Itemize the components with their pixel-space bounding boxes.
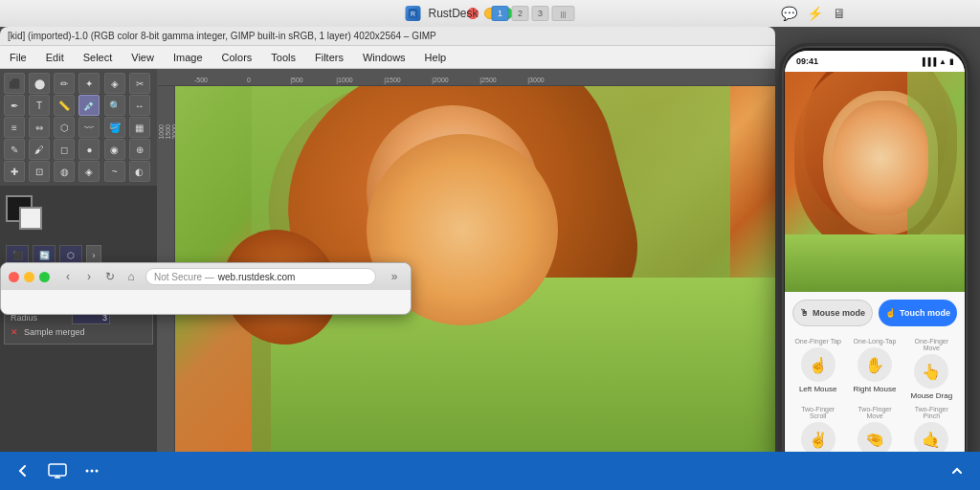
- svg-point-3: [86, 470, 89, 473]
- tool-align[interactable]: ≡: [4, 117, 25, 138]
- tool-text[interactable]: T: [29, 95, 50, 116]
- phone-artwork: [785, 72, 965, 292]
- browser-home-button[interactable]: ⌂: [122, 268, 140, 285]
- browser-window: ‹ › ↻ ⌂ Not Secure — web.rustdesk.com »: [0, 262, 412, 315]
- menu-view[interactable]: View: [127, 50, 158, 65]
- tool-cage[interactable]: ⬡: [54, 117, 75, 138]
- wifi-icon: ▲: [939, 57, 947, 66]
- browser-more-button[interactable]: »: [386, 268, 403, 285]
- lightning-icon[interactable]: ⚡: [807, 6, 823, 21]
- gegl-sample-check[interactable]: ✕: [11, 327, 18, 337]
- browser-close-button[interactable]: [9, 272, 19, 282]
- taskbar-screen-button[interactable]: [44, 457, 71, 484]
- tool-ellipse-select[interactable]: ⬤: [29, 73, 50, 94]
- phone-time: 09:41: [796, 56, 818, 66]
- foreground-background-colors[interactable]: [6, 195, 48, 237]
- tool-ink[interactable]: ◉: [104, 139, 125, 160]
- tool-airbrush[interactable]: ●: [78, 139, 100, 160]
- tool-smudge[interactable]: ~: [104, 161, 125, 182]
- gesture-mouse-drag: One-Finger Move 👆 Mouse Drag: [906, 338, 957, 400]
- tool-free-select[interactable]: ✏: [54, 73, 75, 94]
- rustdesk-tab-1[interactable]: 1: [492, 6, 509, 21]
- tool-select-color[interactable]: ◈: [104, 73, 125, 94]
- tool-pencil[interactable]: ✎: [4, 139, 25, 160]
- taskbar-back-button[interactable]: [10, 457, 36, 484]
- phone-status-bar: 09:41 ▐▐▐ ▲ ▮: [785, 51, 965, 72]
- desktop: R RustDesk 1 2 3 ||| 💬 ⚡ 🖥 [kid] (import…: [0, 0, 980, 490]
- tool-rect-select[interactable]: ⬛: [4, 73, 25, 94]
- screen-icon[interactable]: 🖥: [833, 6, 846, 21]
- rustdesk-tab-2[interactable]: 2: [512, 6, 529, 21]
- tool-paths[interactable]: ✒: [4, 95, 25, 116]
- tool-measure[interactable]: 📏: [54, 95, 75, 116]
- tool-heal[interactable]: ✚: [4, 161, 25, 182]
- menu-tools[interactable]: Tools: [267, 50, 300, 65]
- tool-sharpen[interactable]: ◈: [78, 161, 100, 182]
- browser-traffic-lights: [9, 272, 50, 282]
- gesture-mouse-drag-icon: 👆: [914, 354, 948, 389]
- gesture-left-mouse-label-bottom: Left Mouse: [799, 385, 837, 393]
- menu-image[interactable]: Image: [169, 50, 207, 65]
- tool-eraser[interactable]: ◻: [54, 139, 75, 160]
- tool-blur[interactable]: ◍: [54, 161, 75, 182]
- tool-dodge[interactable]: ◐: [129, 161, 150, 182]
- svg-rect-2: [49, 464, 66, 476]
- phone-controls: 🖱 Mouse mode ☝ Touch mode One-Finger Tap…: [785, 292, 965, 471]
- touch-icon: ☝: [885, 308, 896, 318]
- browser-reload-button[interactable]: ↻: [101, 268, 119, 285]
- menu-help[interactable]: Help: [421, 50, 451, 65]
- browser-addressbar[interactable]: Not Secure — web.rustdesk.com: [145, 268, 376, 285]
- tool-scissors[interactable]: ✂: [129, 73, 150, 94]
- menu-windows[interactable]: Windows: [359, 50, 410, 65]
- tool-fuzzy-select[interactable]: ✦: [78, 73, 100, 94]
- taskbar-chevron-up[interactable]: [944, 457, 970, 484]
- battery-icon: ▮: [949, 57, 953, 66]
- signal-icon: ▐▐▐: [920, 57, 936, 66]
- tool-color-picker[interactable]: 💉: [78, 95, 100, 116]
- menu-colors[interactable]: Colors: [218, 50, 256, 65]
- gesture-right-mouse-icon: ✋: [858, 347, 892, 382]
- taskbar-more-button[interactable]: [78, 457, 105, 484]
- browser-url: web.rustdesk.com: [218, 272, 296, 282]
- browser-minimize-button[interactable]: [24, 272, 34, 282]
- background-color[interactable]: [19, 207, 42, 230]
- mouse-mode-button[interactable]: 🖱 Mouse mode: [792, 300, 873, 326]
- menu-filters[interactable]: Filters: [311, 50, 347, 65]
- ruler-mark-2000: |2000: [416, 77, 464, 83]
- tool-transform[interactable]: ↔: [129, 95, 150, 116]
- tool-blend[interactable]: ▦: [129, 117, 150, 138]
- menu-edit[interactable]: Edit: [42, 50, 68, 65]
- svg-text:R: R: [411, 11, 415, 17]
- tool-perspective-clone[interactable]: ⊡: [29, 161, 50, 182]
- gesture-mouse-drag-label-bottom: Mouse Drag: [911, 391, 953, 400]
- touch-mode-button[interactable]: ☝ Touch mode: [879, 300, 957, 326]
- taskbar: [0, 452, 980, 490]
- tool-zoom[interactable]: 🔍: [104, 95, 125, 116]
- rustdesk-tab-4[interactable]: |||: [552, 6, 575, 21]
- rustdesk-title-content: R RustDesk 1 2 3 |||: [405, 6, 574, 21]
- toolbox-grid: ⬛ ⬤ ✏ ✦ ◈ ✂ ✒ T 📏 💉 🔍 ↔ ≡ ⇔ ⬡: [0, 69, 157, 186]
- not-secure-label: Not Secure —: [154, 272, 214, 282]
- gesture-right-mouse-label-top: One-Long-Tap: [854, 338, 897, 345]
- rustdesk-tab-3[interactable]: 3: [532, 6, 549, 21]
- ruler-mark-0: 0: [225, 77, 273, 83]
- tool-paintbrush[interactable]: 🖌: [29, 139, 50, 160]
- browser-forward-button[interactable]: ›: [80, 268, 98, 285]
- rustdesk-header-icons: 💬 ⚡ 🖥: [781, 6, 846, 21]
- tool-clone[interactable]: ⊕: [129, 139, 150, 160]
- browser-back-button[interactable]: ‹: [59, 268, 77, 285]
- menu-select[interactable]: Select: [79, 50, 117, 65]
- phone-volume-down-button[interactable]: [779, 145, 782, 168]
- ruler-mark-neg500: -500: [177, 77, 225, 83]
- tool-flip[interactable]: ⇔: [29, 117, 50, 138]
- browser-maximize-button[interactable]: [39, 272, 50, 282]
- phone-power-button[interactable]: [968, 122, 970, 161]
- chat-icon[interactable]: 💬: [781, 6, 797, 21]
- menu-file[interactable]: File: [6, 50, 31, 65]
- tool-warp[interactable]: 〰: [78, 117, 100, 138]
- gesture-left-mouse: One-Finger Tap ☝ Left Mouse: [792, 338, 843, 400]
- tool-bucket-fill[interactable]: 🪣: [104, 117, 125, 138]
- gegl-sample-row: ✕ Sample merged: [11, 327, 146, 337]
- mode-buttons: 🖱 Mouse mode ☝ Touch mode: [792, 300, 957, 326]
- phone-volume-up-button[interactable]: [779, 113, 782, 137]
